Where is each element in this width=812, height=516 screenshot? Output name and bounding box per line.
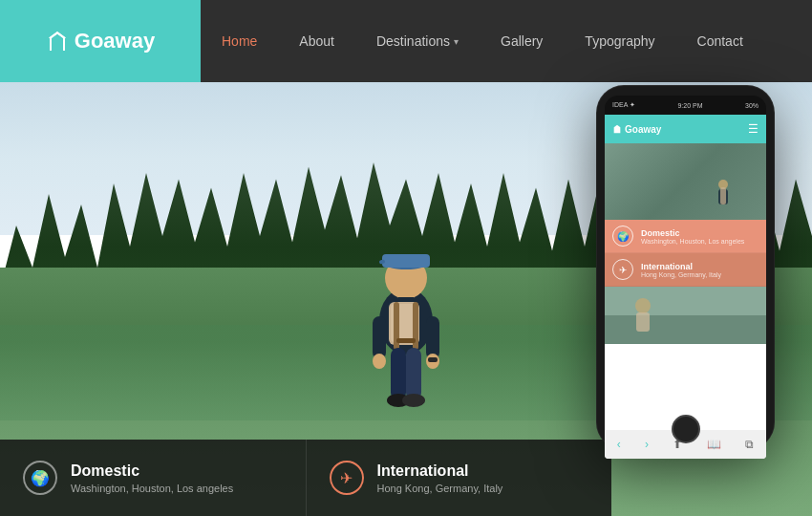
phone-battery: 30% [745, 102, 759, 109]
phone-time: 9:20 PM [677, 102, 702, 109]
phone-international-title: International [641, 262, 721, 271]
logo-text: Goaway [75, 29, 155, 54]
phone-globe-icon: 🌍 [612, 226, 633, 247]
international-title: International [377, 462, 503, 480]
svg-point-13 [373, 354, 386, 369]
nav-home[interactable]: Home [201, 0, 278, 82]
phone-tabs-icon[interactable]: ⧉ [745, 438, 754, 451]
phone-screen: Goaway ☰ 🌍 [605, 115, 766, 459]
phone-bookmarks-icon[interactable]: 📖 [707, 438, 721, 451]
phone-international-section[interactable]: ✈ International Hong Kong, Germany, Ital… [605, 253, 766, 287]
phone-domestic-section[interactable]: 🌍 Domestic Washington, Houston, Los ange… [605, 220, 766, 253]
phone-mockup: IDEA ✦ 9:20 PM 30% Goaway ☰ [597, 86, 774, 449]
svg-rect-15 [428, 357, 438, 362]
nav-contact[interactable]: Contact [676, 0, 764, 82]
logo: Goaway [46, 29, 155, 54]
phone-inner: Goaway ☰ 🌍 [605, 115, 766, 459]
international-subtitle: Hong Kong, Germany, Italy [377, 483, 503, 494]
svg-rect-12 [426, 316, 439, 359]
svg-rect-10 [396, 338, 416, 343]
domestic-title: Domestic [71, 462, 233, 480]
nav-typography[interactable]: Typography [564, 0, 675, 82]
phone-home-button[interactable] [672, 415, 700, 443]
international-info: International Hong Kong, Germany, Italy [377, 462, 503, 494]
phone-forward-icon[interactable]: › [645, 438, 649, 451]
domestic-section[interactable]: 🌍 Domestic Washington, Houston, Los ange… [0, 440, 307, 516]
svg-rect-24 [605, 315, 766, 344]
phone-plane-icon: ✈ [612, 259, 633, 280]
person-figure [349, 226, 463, 440]
phone-hero-image [605, 143, 766, 220]
svg-rect-16 [391, 348, 406, 400]
nav-gallery[interactable]: Gallery [480, 0, 564, 82]
phone-navbar: Goaway ☰ [605, 115, 766, 143]
phone-domestic-sub: Washington, Houston, Los angeles [641, 238, 744, 245]
navbar: Goaway Home About Destinations ▾ Gallery… [0, 0, 812, 82]
svg-rect-26 [636, 312, 650, 332]
logo-icon [46, 30, 69, 53]
nav-links: Home About Destinations ▾ Gallery Typogr… [201, 0, 812, 82]
phone-logo: Goaway [612, 124, 661, 135]
phone-card-image [605, 287, 766, 344]
plane-icon: ✈ [330, 461, 364, 495]
globe-icon: 🌍 [23, 461, 57, 495]
phone-back-icon[interactable]: ‹ [617, 438, 621, 451]
phone-international-info: International Hong Kong, Germany, Italy [641, 262, 721, 278]
domestic-info: Domestic Washington, Houston, Los angele… [71, 462, 233, 494]
phone-sections: 🌍 Domestic Washington, Houston, Los ange… [605, 220, 766, 430]
phone-outer: IDEA ✦ 9:20 PM 30% Goaway ☰ [597, 86, 774, 449]
domestic-subtitle: Washington, Houston, Los angeles [71, 483, 233, 494]
svg-rect-11 [373, 316, 386, 359]
international-section[interactable]: ✈ International Hong Kong, Germany, Ital… [307, 440, 612, 516]
phone-menu-icon[interactable]: ☰ [748, 122, 759, 136]
svg-rect-22 [720, 187, 726, 204]
svg-point-19 [402, 394, 425, 407]
svg-rect-17 [406, 348, 421, 400]
phone-carrier: IDEA ✦ [612, 101, 635, 109]
phone-domestic-info: Domestic Washington, Houston, Los angele… [641, 228, 744, 245]
svg-rect-3 [382, 254, 430, 268]
phone-international-sub: Hong Kong, Germany, Italy [641, 271, 721, 278]
nav-about[interactable]: About [278, 0, 355, 82]
phone-person-figure [714, 177, 733, 215]
svg-point-25 [635, 298, 651, 313]
destinations-dropdown-arrow: ▾ [454, 36, 459, 47]
bottom-bar: 🌍 Domestic Washington, Houston, Los ange… [0, 440, 611, 516]
phone-status-bar: IDEA ✦ 9:20 PM 30% [605, 96, 766, 115]
logo-block[interactable]: Goaway [0, 0, 201, 82]
phone-domestic-title: Domestic [641, 228, 744, 238]
nav-destinations[interactable]: Destinations ▾ [355, 0, 480, 82]
